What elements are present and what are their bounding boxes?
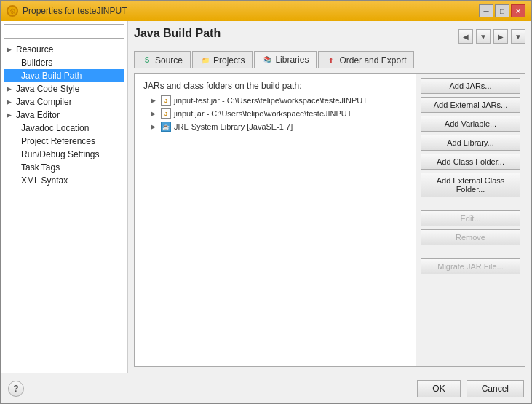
nav-forward-button[interactable]: ▶ (493, 29, 508, 44)
dialog-footer: ? OK Cancel (1, 373, 531, 403)
tab-projects-label: Projects (213, 55, 245, 66)
nav-dropdown-button[interactable]: ▼ (476, 29, 491, 44)
content-label: JARs and class folders on the build path… (139, 78, 411, 94)
sidebar-item-label: XML Syntax (21, 175, 68, 186)
sidebar-item-label: Javadoc Location (21, 123, 89, 133)
tree-item-jinput[interactable]: ▶ J jinput.jar - C:\Users\felipe\workspa… (148, 107, 411, 120)
sidebar-item-xml-syntax[interactable]: XML Syntax (4, 174, 124, 187)
tree-item-label: jinput-test.jar - C:\Users\felipe\worksp… (174, 96, 368, 105)
sidebar-item-javadoc-location[interactable]: Javadoc Location (4, 122, 124, 135)
source-tab-icon: S (142, 55, 152, 66)
window-title: Properties for testeJINPUT (23, 6, 127, 16)
add-class-folder-button[interactable]: Add Class Folder... (421, 154, 520, 170)
order-tab-icon: ⬆ (326, 55, 336, 66)
expand-icon: ▶ (151, 123, 158, 130)
nav-forward-dropdown-button[interactable]: ▼ (511, 29, 525, 44)
tab-order-export-label: Order and Export (339, 55, 406, 66)
tree-item-label: JRE System Library [JavaSE-1.7] (174, 122, 293, 131)
cancel-button[interactable]: Cancel (467, 380, 524, 397)
panel-title: Java Build Path (134, 27, 221, 40)
title-bar-left: ⚙ Properties for testeJINPUT (7, 5, 127, 17)
sidebar-item-project-references[interactable]: Project References (4, 135, 124, 148)
sidebar-item-java-editor[interactable]: ▶ Java Editor (4, 108, 124, 122)
sidebar-item-builders[interactable]: Builders (4, 56, 124, 69)
tab-libraries[interactable]: 📚 Libraries (254, 51, 317, 68)
expand-arrow-icon: ▶ (7, 98, 14, 106)
button-separator-2 (421, 248, 520, 256)
tab-order-export[interactable]: ⬆ Order and Export (318, 51, 414, 68)
dialog-body: ▶ Resource Builders Java Build Path ▶ Ja… (1, 21, 531, 373)
expand-icon: ▶ (151, 110, 158, 117)
expand-arrow-icon: ▶ (7, 46, 14, 53)
sidebar-item-label: Java Build Path (21, 71, 82, 81)
header-row: Java Build Path ◀ ▼ ▶ ▼ (134, 27, 525, 46)
sidebar-search-input[interactable] (4, 24, 124, 39)
button-separator (421, 200, 520, 207)
tab-source-label: Source (155, 55, 183, 66)
add-library-button[interactable]: Add Library... (421, 135, 520, 151)
tab-projects[interactable]: 📁 Projects (192, 51, 253, 68)
dialog-window: ⚙ Properties for testeJINPUT ─ □ ✕ ▶ Res… (0, 0, 532, 404)
sidebar-item-label: Project References (21, 136, 95, 146)
add-external-class-folder-button[interactable]: Add External Class Folder... (421, 173, 520, 197)
content-area: JARs and class folders on the build path… (134, 73, 525, 367)
migrate-jar-button[interactable]: Migrate JAR File... (421, 258, 520, 274)
jar-icon: J (161, 108, 171, 119)
add-jars-button[interactable]: Add JARs... (421, 78, 520, 94)
tree-panel: JARs and class folders on the build path… (135, 74, 416, 366)
sidebar-item-label: Run/Debug Settings (21, 149, 99, 159)
button-panel: Add JARs... Add External JARs... Add Var… (416, 74, 525, 366)
libraries-tab-icon: 📚 (262, 55, 272, 65)
minimize-button[interactable]: ─ (479, 4, 493, 17)
remove-button[interactable]: Remove (421, 229, 520, 245)
projects-tab-icon: 📁 (200, 55, 210, 66)
sidebar-item-label: Builders (21, 58, 52, 68)
sidebar: ▶ Resource Builders Java Build Path ▶ Ja… (1, 21, 128, 373)
sidebar-item-label: Java Compiler (16, 97, 72, 107)
footer-left: ? (8, 381, 24, 397)
sidebar-item-label: Task Tags (21, 162, 60, 173)
sidebar-item-label: Java Editor (16, 110, 60, 120)
close-button[interactable]: ✕ (511, 4, 525, 17)
title-bar-controls: ─ □ ✕ (479, 4, 525, 17)
tree-item-jre[interactable]: ▶ ☕ JRE System Library [JavaSE-1.7] (148, 120, 411, 133)
title-bar: ⚙ Properties for testeJINPUT ─ □ ✕ (1, 1, 531, 21)
tree-item-label: jinput.jar - C:\Users\felipe\workspace\t… (174, 109, 352, 118)
sidebar-item-java-compiler[interactable]: ▶ Java Compiler (4, 95, 124, 108)
expand-arrow-icon: ▶ (7, 85, 14, 92)
help-button[interactable]: ? (8, 381, 24, 397)
expand-arrow-icon: ▶ (7, 111, 14, 119)
sidebar-item-run-debug-settings[interactable]: Run/Debug Settings (4, 148, 124, 161)
expand-icon: ▶ (151, 97, 158, 104)
sidebar-item-label: Java Code Style (16, 84, 79, 94)
main-panel: Java Build Path ◀ ▼ ▶ ▼ S Source 📁 Proje… (128, 21, 531, 373)
app-icon: ⚙ (7, 5, 18, 17)
maximize-button[interactable]: □ (495, 4, 509, 17)
tab-bar: S Source 📁 Projects 📚 Libraries ⬆ Order … (134, 50, 525, 68)
jre-icon: ☕ (161, 122, 171, 132)
nav-arrows: ◀ ▼ ▶ ▼ (458, 29, 525, 44)
sidebar-item-label: Resource (16, 44, 53, 55)
ok-button[interactable]: OK (417, 380, 460, 397)
sidebar-item-java-code-style[interactable]: ▶ Java Code Style (4, 82, 124, 95)
add-external-jars-button[interactable]: Add External JARs... (421, 97, 520, 113)
edit-button[interactable]: Edit... (421, 210, 520, 226)
sidebar-item-task-tags[interactable]: Task Tags (4, 161, 124, 174)
nav-back-button[interactable]: ◀ (458, 29, 473, 44)
tree-item-jinput-test[interactable]: ▶ J jinput-test.jar - C:\Users\felipe\wo… (148, 94, 411, 107)
tab-libraries-label: Libraries (275, 55, 309, 65)
add-variable-button[interactable]: Add Variable... (421, 116, 520, 132)
tab-source[interactable]: S Source (134, 51, 191, 68)
footer-right: OK Cancel (417, 380, 524, 397)
jar-icon: J (161, 95, 171, 106)
sidebar-item-resource[interactable]: ▶ Resource (4, 43, 124, 56)
sidebar-item-java-build-path[interactable]: Java Build Path (4, 69, 124, 82)
